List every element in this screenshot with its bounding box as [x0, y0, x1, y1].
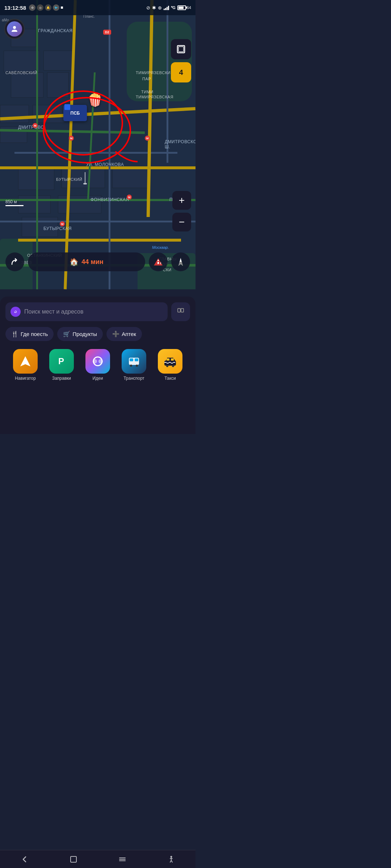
bookmark-button[interactable]	[171, 302, 190, 321]
battery-percent: 64	[187, 5, 191, 10]
search-input-wrapper[interactable]: Поиск мест и адресов	[5, 302, 168, 321]
notification-count: 4	[179, 68, 183, 77]
river-label: Москвар.	[152, 245, 169, 250]
category-pharmacy[interactable]: ➕ Аптек	[106, 327, 142, 341]
metro-butyrskaya: М	[60, 221, 65, 226]
city-block	[11, 72, 43, 98]
food-icon: 🍴	[11, 331, 18, 337]
app-navigator[interactable]: Навигатор	[7, 349, 43, 381]
svg-point-21	[130, 365, 132, 367]
category-grocery[interactable]: 🛒 Продукты	[57, 327, 103, 341]
speed-camera-button[interactable]	[149, 252, 168, 271]
d2-badge: D2	[103, 30, 111, 35]
svg-point-22	[136, 365, 138, 367]
battery-container: 64	[177, 5, 191, 10]
svg-rect-25	[171, 358, 174, 361]
status-time: 13:12:58	[4, 5, 26, 11]
bottom-panel: Поиск мест и адресов 🍴 Где поесть 🛒 Прод…	[0, 297, 196, 434]
svg-rect-30	[167, 363, 169, 363]
svg-rect-20	[135, 358, 138, 361]
svg-rect-33	[173, 362, 175, 363]
city-block	[58, 195, 101, 213]
status-left: 13:12:58 ⚙ ◎ 🔔 🐦	[4, 4, 63, 11]
svg-rect-31	[169, 362, 171, 363]
fuel-label: Заправки	[52, 376, 71, 381]
fuel-svg: P	[54, 354, 69, 369]
metro-dmitrovskaya: М	[33, 123, 38, 128]
category-food[interactable]: 🍴 Где поесть	[5, 327, 54, 341]
city-block	[47, 72, 69, 98]
speed-camera-icon	[153, 257, 163, 267]
svg-point-6	[13, 26, 16, 29]
bottom-map-controls: 🏠 44 мин	[0, 252, 196, 271]
food-label: Где поесть	[21, 331, 48, 337]
compass-icon	[176, 257, 186, 267]
psb-marker[interactable]: ПСБ	[63, 105, 87, 121]
svg-rect-32	[171, 363, 173, 363]
taxi-label: Такси	[164, 376, 176, 381]
settings-icon: ⚙	[29, 4, 35, 11]
layers-icon	[176, 44, 186, 54]
svg-point-27	[172, 365, 174, 367]
home-time: 44 мин	[81, 258, 103, 266]
svg-rect-2	[157, 262, 159, 264]
profile-button[interactable]	[4, 19, 25, 39]
compass-button[interactable]	[171, 252, 190, 271]
zoom-out-button[interactable]: −	[172, 213, 191, 231]
route-options-button[interactable]	[5, 252, 24, 271]
network-type: ⁴G	[171, 5, 176, 10]
svg-rect-19	[130, 358, 133, 361]
alice-icon	[10, 307, 21, 317]
home-icon: 🏠	[70, 258, 79, 266]
svg-rect-23	[164, 361, 176, 366]
svg-rect-12	[181, 309, 184, 312]
bluetooth-icon: ✱	[152, 5, 156, 10]
ideas-svg	[91, 354, 105, 369]
metro-timiryazevskaya-2: М	[145, 136, 150, 141]
no-symbol: ⊘	[146, 5, 150, 10]
battery-icon	[177, 5, 186, 10]
app-icons-row: Навигатор P Заправки Идеи	[5, 349, 190, 381]
notifications-button[interactable]: 4	[171, 62, 191, 82]
city-block	[112, 166, 148, 188]
park-area	[127, 22, 192, 101]
alice-svg	[12, 308, 19, 315]
profile-avatar	[7, 21, 22, 37]
search-bar: Поиск мест и адресов	[5, 302, 190, 321]
popcorn-marker[interactable]: 🍿	[87, 92, 103, 107]
home-route-button[interactable]: 🏠 44 мин	[28, 252, 145, 271]
signal-bars	[164, 5, 169, 10]
taxi-icon	[158, 349, 182, 374]
radio-icon: ◎	[37, 4, 43, 11]
navigator-icon	[13, 349, 38, 374]
transport-icon	[122, 349, 146, 374]
metro-fonvizin: М	[127, 195, 132, 200]
svg-point-10	[15, 311, 16, 312]
metro-timiryazevskaya: М	[69, 136, 74, 141]
app-ideas[interactable]: Идеи	[80, 349, 116, 381]
app-fuel[interactable]: P Заправки	[43, 349, 80, 381]
svg-point-26	[166, 365, 168, 367]
svg-rect-24	[167, 358, 169, 361]
svg-rect-29	[164, 362, 167, 363]
grocery-icon: 🛒	[63, 331, 70, 337]
grocery-label: Продукты	[72, 331, 97, 337]
pharmacy-icon: ➕	[112, 331, 119, 337]
svg-text:P: P	[58, 356, 64, 366]
map-scale: 850 м	[5, 199, 24, 206]
app-taxi[interactable]: Такси	[152, 349, 188, 381]
ideas-icon	[85, 349, 110, 374]
fuel-icon: P	[49, 349, 74, 374]
app-transport[interactable]: Транспорт	[116, 349, 152, 381]
user-icon	[10, 25, 19, 33]
svg-marker-13	[20, 356, 30, 366]
zoom-in-button[interactable]: +	[172, 191, 191, 210]
route-icon	[10, 257, 20, 267]
location-icon: ⊕	[158, 5, 162, 10]
psb-label: ПСБ	[71, 111, 80, 116]
dot	[61, 7, 63, 9]
map-area[interactable]: САВЁЛОВСКИЙ Гражданская Дмитровс. Тимиря…	[0, 0, 196, 289]
quick-categories: 🍴 Где поесть 🛒 Продукты ➕ Аптек	[5, 327, 190, 342]
layers-button[interactable]	[171, 39, 191, 59]
pharmacy-label: Аптек	[122, 331, 136, 337]
